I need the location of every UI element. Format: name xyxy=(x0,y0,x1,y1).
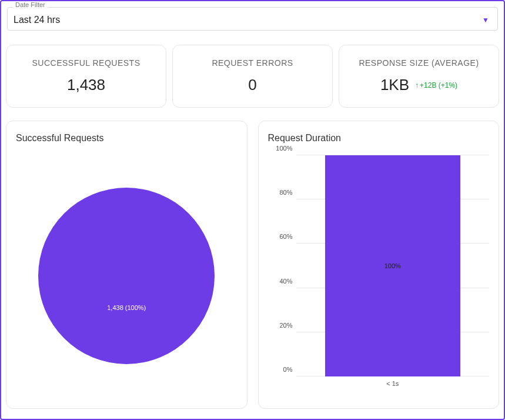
date-filter-label: Date Filter xyxy=(13,1,48,8)
pie-slice: 1,438 (100%) xyxy=(38,188,215,364)
dashboard-container: Date Filter Last 24 hrs ▼ SUCCESSFUL REQ… xyxy=(0,0,505,420)
stat-card-successful-requests: SUCCESSFUL REQUESTS 1,438 xyxy=(6,45,166,108)
stat-title: RESPONSE SIZE (AVERAGE) xyxy=(345,58,493,68)
chart-title: Request Duration xyxy=(268,133,490,144)
y-tick: 20% xyxy=(268,322,293,329)
chart-title: Successful Requests xyxy=(16,133,238,144)
y-tick: 0% xyxy=(268,366,293,373)
stat-title: SUCCESSFUL REQUESTS xyxy=(12,58,160,68)
stat-value: 0 xyxy=(248,76,256,94)
stat-title: REQUEST ERRORS xyxy=(179,58,326,68)
y-tick: 60% xyxy=(268,233,293,240)
stat-card-request-errors: REQUEST ERRORS 0 xyxy=(172,45,333,108)
pie-chart: 1,438 (100%) xyxy=(16,155,238,396)
stat-delta-text: +12B (+1%) xyxy=(420,81,457,89)
bar-value-label: 100% xyxy=(384,262,401,269)
bar-chart: 0% 20% 40% 60% 80% 100% 100% < 1s xyxy=(268,155,490,391)
y-tick: 80% xyxy=(268,189,293,196)
x-tick: < 1s xyxy=(296,380,490,387)
date-filter-field: Date Filter Last 24 hrs ▼ xyxy=(7,7,498,31)
dropdown-caret-icon: ▼ xyxy=(482,16,489,24)
pie-slice-label: 1,438 (100%) xyxy=(107,304,146,311)
y-tick: 40% xyxy=(268,278,293,285)
stat-value: 1,438 xyxy=(67,76,105,94)
chart-card-successful-requests: Successful Requests 1,438 (100%) xyxy=(6,121,248,409)
stat-delta: ↑ +12B (+1%) xyxy=(415,81,457,89)
arrow-up-icon: ↑ xyxy=(415,81,419,89)
stat-card-response-size: RESPONSE SIZE (AVERAGE) 1KB ↑ +12B (+1%) xyxy=(339,45,499,108)
stat-value: 1KB xyxy=(380,76,409,94)
stats-row: SUCCESSFUL REQUESTS 1,438 REQUEST ERRORS… xyxy=(6,45,499,108)
date-filter-value: Last 24 hrs xyxy=(14,15,60,25)
bar-plot-area: 0% 20% 40% 60% 80% 100% 100% < 1s xyxy=(296,155,490,376)
date-filter-select[interactable]: Last 24 hrs ▼ xyxy=(7,7,498,31)
y-tick: 100% xyxy=(268,145,293,152)
charts-row: Successful Requests 1,438 (100%) Request… xyxy=(6,121,499,409)
bar: 100% xyxy=(325,155,460,376)
chart-card-request-duration: Request Duration 0% 20% 40% 60% 80% 100%… xyxy=(258,121,500,409)
